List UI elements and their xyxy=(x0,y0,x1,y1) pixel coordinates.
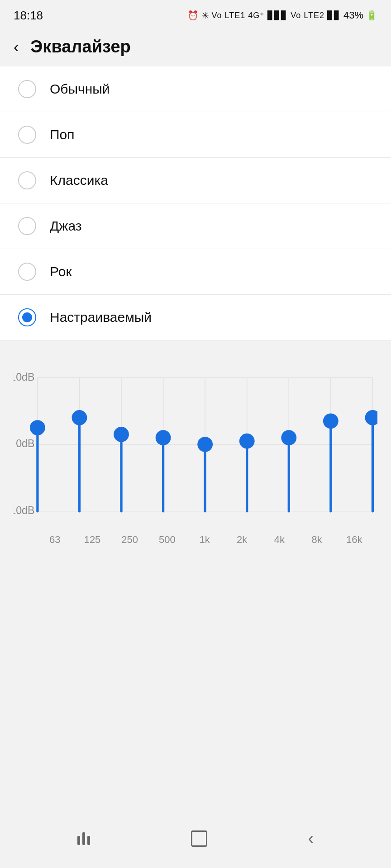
radio-label-classic: Классика xyxy=(50,173,108,188)
page-title: Эквалайзер xyxy=(30,37,130,57)
radio-circle-classic xyxy=(18,171,36,189)
svg-point-24 xyxy=(197,437,213,452)
eq-label-1k: 1k xyxy=(186,534,224,546)
radio-label-custom: Настраиваемый xyxy=(50,310,152,325)
eq-label-2k: 2k xyxy=(223,534,261,546)
eq-chart: 10dB 0dB -10dB xyxy=(14,359,377,530)
eq-label-8k: 8k xyxy=(298,534,336,546)
svg-text:0dB: 0dB xyxy=(16,438,34,449)
battery-indicator: 43% xyxy=(343,9,363,21)
alarm-icon: ⏰ xyxy=(187,10,199,21)
svg-text:10dB: 10dB xyxy=(14,371,35,383)
radio-circle-rock xyxy=(18,263,36,281)
svg-point-18 xyxy=(72,410,87,425)
radio-item-jazz[interactable]: Джаз xyxy=(0,203,391,249)
radio-label-rock: Рок xyxy=(50,264,72,279)
status-time: 18:18 xyxy=(14,9,43,23)
svg-text:-10dB: -10dB xyxy=(14,505,35,516)
svg-point-32 xyxy=(365,410,377,425)
signal-icons: Vo LTE1 4G⁺ ▊▊▊ Vo LTE2 ▊▊ xyxy=(212,10,341,20)
radio-circle-jazz xyxy=(18,217,36,235)
radio-item-custom[interactable]: Настраиваемый xyxy=(0,295,391,340)
back-button-nav[interactable]: ‹ xyxy=(308,829,314,848)
eq-label-4k: 4k xyxy=(261,534,298,546)
eq-chart-container: 10dB 0dB -10dB xyxy=(0,340,391,559)
radio-item-classic[interactable]: Классика xyxy=(0,158,391,203)
radio-label-pop: Поп xyxy=(50,127,75,142)
equalizer-preset-list: ОбычныйПопКлассикаДжазРокНастраиваемый xyxy=(0,66,391,340)
radio-item-rock[interactable]: Рок xyxy=(0,249,391,295)
eq-x-labels: 63 125 250 500 1k 2k 4k 8k 16k xyxy=(14,530,377,546)
status-icons: ⏰ ✳ Vo LTE1 4G⁺ ▊▊▊ Vo LTE2 ▊▊ 43% 🔋 xyxy=(187,9,377,21)
eq-label-250: 250 xyxy=(111,534,148,546)
eq-label-16k: 16k xyxy=(335,534,373,546)
bluetooth-icon: ✳ xyxy=(201,10,209,21)
radio-circle-custom xyxy=(18,308,36,326)
eq-label-500: 500 xyxy=(148,534,186,546)
header: ‹ Эквалайзер xyxy=(0,27,391,66)
svg-point-26 xyxy=(239,434,255,449)
svg-point-16 xyxy=(30,420,45,435)
battery-icon: 🔋 xyxy=(366,10,377,21)
back-button[interactable]: ‹ xyxy=(9,36,23,57)
svg-point-30 xyxy=(323,413,339,429)
svg-point-20 xyxy=(114,427,129,442)
navigation-bar: ‹ xyxy=(0,818,391,868)
radio-circle-normal xyxy=(18,80,36,98)
eq-label-125: 125 xyxy=(74,534,111,546)
radio-label-jazz: Джаз xyxy=(50,218,82,234)
svg-point-22 xyxy=(156,430,171,445)
home-button[interactable] xyxy=(191,830,207,847)
radio-label-normal: Обычный xyxy=(50,81,110,97)
status-bar: 18:18 ⏰ ✳ Vo LTE1 4G⁺ ▊▊▊ Vo LTE2 ▊▊ 43%… xyxy=(0,0,391,27)
eq-svg: 10dB 0dB -10dB xyxy=(14,359,377,530)
recent-apps-button[interactable] xyxy=(77,832,90,845)
svg-point-28 xyxy=(281,430,296,445)
radio-item-pop[interactable]: Поп xyxy=(0,112,391,158)
radio-circle-pop xyxy=(18,126,36,144)
eq-label-63: 63 xyxy=(36,534,74,546)
radio-item-normal[interactable]: Обычный xyxy=(0,66,391,112)
